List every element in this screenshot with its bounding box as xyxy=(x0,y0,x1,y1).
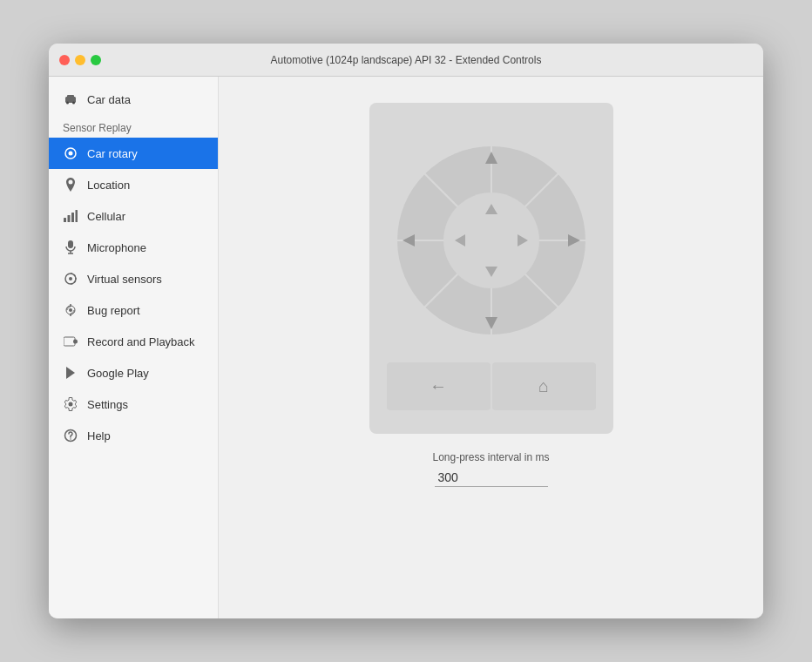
window-title: Automotive (1024p landscape) API 32 - Ex… xyxy=(271,54,542,66)
traffic-lights xyxy=(59,55,101,65)
interval-label: Long-press interval in ms xyxy=(432,451,549,463)
main-panel: ← ⌂ Long-press interval in ms xyxy=(219,77,763,618)
dial-area xyxy=(387,127,596,354)
home-icon: ⌂ xyxy=(538,376,549,396)
cellular-icon xyxy=(63,208,78,224)
sidebar-label-cellular: Cellular xyxy=(87,210,125,223)
sidebar-label-settings: Settings xyxy=(87,398,128,411)
sidebar-item-virtual-sensors[interactable]: Virtual sensors xyxy=(49,263,218,294)
virtual-sensors-icon xyxy=(63,271,78,287)
sidebar-label-help: Help xyxy=(87,429,111,442)
sidebar-item-google-play[interactable]: Google Play xyxy=(49,357,218,388)
sidebar-item-bug-report[interactable]: Bug report xyxy=(49,294,218,326)
rotary-svg xyxy=(387,136,596,345)
sidebar-label-virtual-sensors: Virtual sensors xyxy=(87,273,162,286)
svg-point-3 xyxy=(72,102,75,105)
close-button[interactable] xyxy=(59,55,70,65)
bottom-nav-buttons: ← ⌂ xyxy=(387,362,596,410)
rotary-container: ← ⌂ Long-press interval in ms xyxy=(369,103,613,487)
interval-section: Long-press interval in ms xyxy=(404,451,579,487)
sidebar-item-cellular[interactable]: Cellular xyxy=(49,200,218,232)
sidebar-label-record-playback: Record and Playback xyxy=(87,335,195,348)
main-window: Automotive (1024p landscape) API 32 - Ex… xyxy=(49,44,763,618)
sensor-replay-section: Sensor Replay xyxy=(49,115,218,138)
rotary-widget: ← ⌂ xyxy=(369,103,613,434)
sidebar-item-microphone[interactable]: Microphone xyxy=(49,232,218,263)
sidebar-label-bug-report: Bug report xyxy=(87,304,140,317)
maximize-button[interactable] xyxy=(91,55,101,65)
help-icon xyxy=(63,428,78,443)
svg-rect-1 xyxy=(67,95,74,98)
interval-input[interactable] xyxy=(435,469,548,487)
svg-point-14 xyxy=(69,277,72,280)
google-play-icon xyxy=(63,365,78,381)
sidebar-item-settings[interactable]: Settings xyxy=(49,388,218,420)
svg-point-20 xyxy=(73,340,78,344)
svg-point-23 xyxy=(70,438,71,440)
settings-icon xyxy=(63,396,78,412)
sidebar-item-car-data[interactable]: Car data xyxy=(49,84,218,115)
svg-rect-9 xyxy=(76,210,78,222)
sidebar-item-car-rotary[interactable]: Car rotary xyxy=(49,138,218,169)
minimize-button[interactable] xyxy=(75,55,85,65)
titlebar: Automotive (1024p landscape) API 32 - Ex… xyxy=(49,44,763,77)
sidebar-item-location[interactable]: Location xyxy=(49,169,218,200)
sidebar-label-google-play: Google Play xyxy=(87,367,149,380)
content-area: Car data Sensor Replay Car rotary xyxy=(49,77,763,618)
bug-report-icon xyxy=(63,302,78,318)
car-rotary-icon xyxy=(63,145,78,161)
sidebar: Car data Sensor Replay Car rotary xyxy=(49,77,219,618)
record-playback-icon xyxy=(63,334,78,349)
microphone-icon xyxy=(63,240,78,255)
sidebar-label-car-rotary: Car rotary xyxy=(87,147,138,160)
sidebar-item-record-playback[interactable]: Record and Playback xyxy=(49,326,218,357)
svg-rect-10 xyxy=(68,240,73,248)
sidebar-item-help[interactable]: Help xyxy=(49,420,218,451)
sidebar-label-location: Location xyxy=(87,179,130,192)
back-button[interactable]: ← xyxy=(387,362,491,410)
home-button[interactable]: ⌂ xyxy=(492,362,596,410)
location-icon xyxy=(63,177,78,193)
sidebar-label-microphone: Microphone xyxy=(87,241,146,254)
svg-point-15 xyxy=(69,308,72,312)
svg-rect-6 xyxy=(64,218,66,222)
svg-point-5 xyxy=(69,152,73,156)
svg-point-2 xyxy=(66,102,69,105)
car-data-icon xyxy=(63,91,78,107)
svg-rect-8 xyxy=(71,213,74,222)
svg-rect-7 xyxy=(68,215,71,222)
svg-marker-21 xyxy=(66,367,75,379)
sidebar-label-car-data: Car data xyxy=(87,93,131,106)
back-icon: ← xyxy=(430,376,447,396)
